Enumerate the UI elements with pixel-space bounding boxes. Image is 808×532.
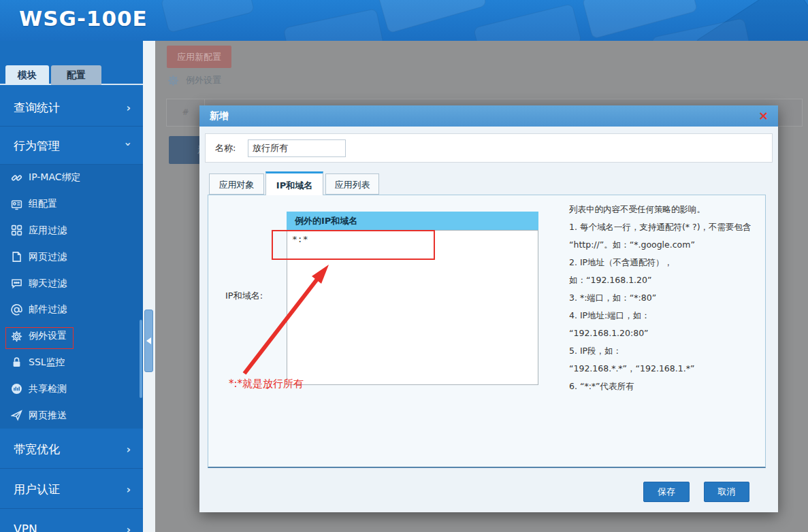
- wsg-admin-page: { "app": { "title": "WSG-100E" }, "color…: [0, 0, 808, 532]
- add-exception-dialog: 新增 × 名称: 应用对象 IP和域名 应用列表 例外的IP和域名 *:* IP…: [199, 105, 778, 512]
- instructions-panel: 列表中的内容不受任何策略的影响。 1. 每个域名一行，支持通配符(* ?)，不需…: [569, 201, 764, 395]
- sidebar-collapse-handle[interactable]: [144, 310, 153, 372]
- close-icon[interactable]: ×: [758, 105, 769, 126]
- sidebar-item-label: SSL监控: [29, 356, 65, 369]
- sidebar-item-ip-mac-binding[interactable]: IP-MAC绑定: [0, 165, 143, 191]
- save-button[interactable]: 保存: [643, 482, 690, 502]
- sidebar-item-label: 应用过滤: [29, 225, 67, 237]
- breadcrumb: 例外设置: [167, 73, 221, 87]
- dialog-title: 新增: [210, 105, 229, 127]
- sidebar-group-query-stats[interactable]: 查询统计 ›: [0, 88, 143, 127]
- instruction-line: 6. “*:*”代表所有: [569, 378, 764, 395]
- name-label: 名称:: [215, 134, 236, 162]
- sidebar-collapse-strip: [143, 41, 155, 532]
- keyboard-key-decoration: [283, 8, 385, 41]
- sidebar-item-mail-filter[interactable]: 邮件过滤: [0, 297, 143, 323]
- keyboard-key-decoration: [161, 0, 255, 33]
- sidebar-group-bandwidth[interactable]: 带宽优化 ›: [0, 429, 143, 469]
- keyboard-key-decoration: [651, 18, 751, 41]
- name-input[interactable]: [248, 139, 346, 157]
- tab-app-object[interactable]: 应用对象: [209, 173, 264, 195]
- sidebar-group-vpn[interactable]: VPN ›: [0, 510, 143, 532]
- sidebar-item-group-config[interactable]: 组配置: [0, 191, 143, 218]
- sidebar-item-label: 例外设置: [29, 330, 67, 342]
- tab-app-list[interactable]: 应用列表: [325, 173, 379, 195]
- lock-icon: [11, 356, 22, 368]
- instruction-line: 4. IP地址:端口，如：: [569, 307, 764, 325]
- instruction-line: “http://”。如：“*.google.com”: [569, 236, 764, 254]
- sidebar-group-behavior-mgmt[interactable]: 行为管理 ›: [0, 127, 143, 165]
- top-banner: WSG-100E: [0, 0, 808, 41]
- sidebar-group-user-auth[interactable]: 用户认证 ›: [0, 469, 143, 509]
- sidebar-item-app-filter[interactable]: 应用过滤: [0, 218, 143, 244]
- annotation-red-text: *:*就是放行所有: [229, 378, 304, 390]
- sidebar-item-web-push[interactable]: 网页推送: [0, 402, 143, 429]
- collapse-left-arrow-icon: [146, 337, 151, 344]
- sidebar-item-web-filter[interactable]: 网页过滤: [0, 244, 143, 270]
- group-label: VPN: [14, 522, 37, 532]
- chat-icon: [11, 278, 22, 289]
- share-icon: [11, 383, 22, 395]
- chevron-right-icon: ›: [126, 523, 131, 532]
- send-icon: [11, 410, 22, 421]
- link-icon: [11, 172, 22, 184]
- instruction-line: 2. IP地址（不含通配符），: [569, 254, 764, 271]
- cancel-button[interactable]: 取消: [704, 482, 749, 502]
- sidebar-item-share-detect[interactable]: 共享检测: [0, 376, 143, 402]
- instruction-line: 列表中的内容不受任何策略的影响。: [569, 201, 764, 218]
- keyboard-key-decoration: [378, 0, 487, 34]
- sidebar-submenu: IP-MAC绑定 组配置 应用过滤 网页过滤: [0, 165, 143, 429]
- sidebar-item-chat-filter[interactable]: 聊天过滤: [0, 270, 143, 297]
- sidebar-item-exception-settings[interactable]: 例外设置: [0, 323, 143, 350]
- document-icon: [11, 251, 22, 263]
- instruction-line: “192.168.*.*”，“192.168.1.*”: [569, 360, 764, 378]
- group-label: 查询统计: [14, 99, 60, 115]
- at-icon: [11, 304, 22, 316]
- sidebar-item-label: 网页过滤: [29, 251, 67, 263]
- instruction-line: 3. *:端口，如：“*:80”: [569, 289, 764, 307]
- instruction-line: 1. 每个域名一行，支持通配符(* ?)，不需要包含: [569, 218, 764, 236]
- keyboard-key-decoration: [473, 3, 582, 41]
- chevron-right-icon: ›: [126, 482, 131, 495]
- sidebar-item-label: 邮件过滤: [29, 303, 67, 316]
- sidebar-item-label: 组配置: [29, 198, 57, 210]
- sidebar-item-label: 共享检测: [29, 383, 67, 395]
- gear-icon: [11, 331, 22, 342]
- gear-icon: [167, 75, 179, 86]
- app-logo: WSG-100E: [19, 6, 148, 31]
- exception-list-header: 例外的IP和域名: [287, 212, 538, 230]
- name-field-row: 名称:: [205, 133, 773, 163]
- ip-domain-field-label: IP和域名:: [225, 290, 263, 302]
- sidebar-item-label: 网页推送: [29, 410, 67, 422]
- sidebar-tabbar: 模块 配置: [0, 64, 143, 85]
- instruction-line: “192.168.1.20:80”: [569, 325, 764, 342]
- chevron-right-icon: ›: [126, 101, 131, 114]
- sidebar-tab-module[interactable]: 模块: [5, 65, 49, 85]
- group-label: 带宽优化: [14, 441, 60, 456]
- apply-new-config-button[interactable]: 应用新配置: [167, 46, 231, 68]
- tab-ip-and-domain[interactable]: IP和域名: [265, 171, 323, 195]
- sidebar-scrollbar-thumb[interactable]: [140, 320, 142, 398]
- group-label: 行为管理: [14, 137, 60, 153]
- sidebar-item-label: IP-MAC绑定: [29, 171, 81, 184]
- chevron-down-icon: ›: [122, 142, 135, 146]
- chevron-right-icon: ›: [126, 442, 131, 455]
- grid-icon: [11, 225, 22, 236]
- instruction-line: 如：“192.168.1.20”: [569, 271, 764, 289]
- id-card-icon: [11, 199, 22, 210]
- ip-domain-textarea[interactable]: *:*: [287, 230, 538, 385]
- breadcrumb-title: 例外设置: [186, 74, 221, 86]
- tab-panel-ip-domain: 例外的IP和域名 *:* IP和域名: *:*就是放行所有 列表中的内容不受任何…: [208, 195, 766, 468]
- instruction-line: 5. IP段，如：: [569, 342, 764, 360]
- sidebar-item-ssl-monitor[interactable]: SSL监控: [0, 350, 143, 376]
- dialog-titlebar: 新增 ×: [199, 105, 778, 127]
- group-label: 用户认证: [14, 481, 60, 497]
- sidebar-tab-config[interactable]: 配置: [51, 65, 101, 85]
- sidebar-item-label: 聊天过滤: [29, 278, 67, 290]
- sidebar: 模块 配置 查询统计 › 行为管理 › IP-MAC绑定 组配置: [0, 41, 143, 532]
